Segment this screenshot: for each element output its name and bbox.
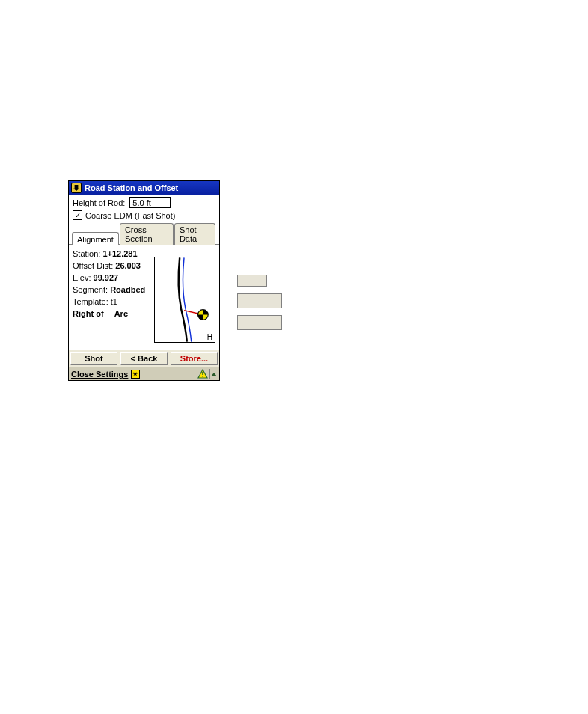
warning-icon[interactable] — [197, 369, 208, 379]
expand-up-icon[interactable] — [209, 369, 217, 379]
tab-shot-data[interactable]: Shot Data — [174, 223, 215, 245]
preview-svg — [155, 257, 215, 342]
window-title: Road Station and Offset — [85, 183, 178, 192]
app-window: Road Station and Offset Height of Rod: 5… — [68, 180, 220, 381]
station-value: 1+12.281 — [102, 249, 137, 258]
station-label: Station: — [73, 249, 100, 258]
svg-rect-4 — [202, 376, 203, 377]
back-button[interactable]: < Back — [120, 352, 168, 365]
shot-button[interactable]: Shot — [70, 352, 117, 365]
coarse-edm-checkbox[interactable]: ✓ — [73, 210, 82, 220]
template-value: t1 — [111, 297, 117, 306]
offset-label: Offset Dist: — [73, 261, 113, 270]
template-label: Template: — [73, 297, 108, 306]
coarse-edm-row: ✓ Coarse EDM (Fast Shot) — [73, 210, 215, 220]
button-bar: Shot < Back Store... — [69, 350, 219, 367]
decorative-underline — [232, 147, 367, 147]
elev-value: 99.927 — [94, 273, 119, 282]
preview-h-label: H — [207, 333, 212, 341]
height-of-rod-input[interactable]: 5.0 ft — [129, 197, 171, 208]
statusbar: Close Settings ✷ — [69, 367, 219, 380]
height-of-rod-label: Height of Rod: — [73, 198, 129, 207]
segment-label: Segment: — [73, 285, 108, 294]
tab-strip: Alignment Cross-Section Shot Data — [69, 223, 219, 245]
store-button[interactable]: Store... — [171, 352, 218, 365]
alignment-panel: Station: 1+12.281 Offset Dist: 26.003 El… — [69, 245, 219, 350]
height-of-rod-row: Height of Rod: 5.0 ft — [73, 197, 215, 208]
offset-value: 26.003 — [115, 261, 141, 270]
ghost-box-1 — [237, 275, 267, 287]
side-value: Arc — [114, 309, 128, 318]
close-settings-link[interactable]: Close Settings — [71, 370, 128, 379]
tab-cross-section[interactable]: Cross-Section — [120, 223, 174, 245]
tab-alignment[interactable]: Alignment — [72, 232, 119, 245]
status-right — [197, 369, 217, 379]
titlebar: Road Station and Offset — [69, 181, 219, 195]
ghost-box-3 — [237, 315, 282, 330]
elev-label: Elev: — [73, 273, 91, 282]
upper-panel: Height of Rod: 5.0 ft ✓ Coarse EDM (Fast… — [69, 195, 219, 223]
app-icon — [71, 183, 82, 193]
segment-value: Roadbed — [110, 285, 145, 294]
alignment-preview: H — [154, 257, 215, 343]
star-icon[interactable]: ✷ — [131, 370, 140, 379]
ghost-box-2 — [237, 293, 282, 308]
side-label: Right of — [73, 309, 104, 318]
coarse-edm-label: Coarse EDM (Fast Shot) — [85, 211, 175, 220]
svg-rect-3 — [202, 372, 203, 375]
